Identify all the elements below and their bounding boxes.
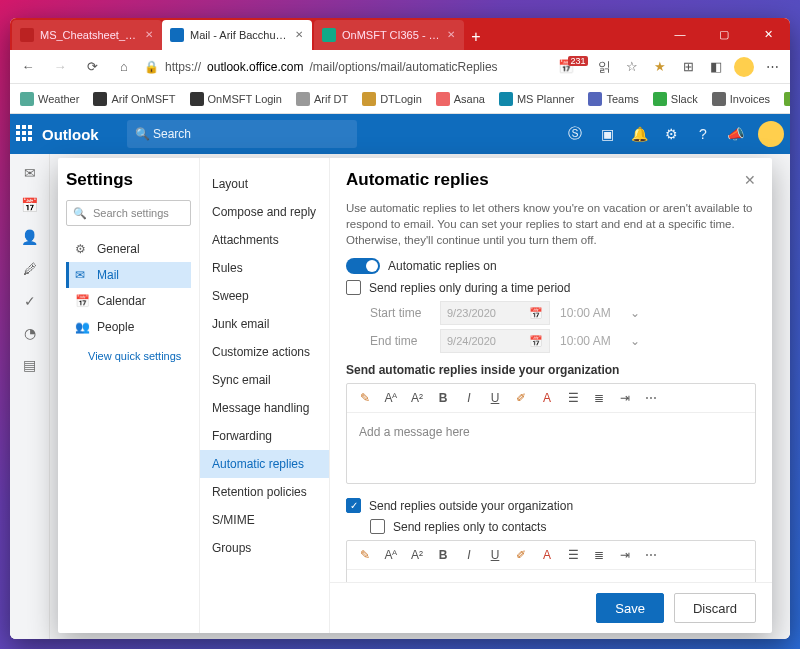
subnav-automatic-replies[interactable]: Automatic replies <box>200 450 329 478</box>
search-settings-input[interactable]: 🔍 Search settings <box>66 200 191 226</box>
mail-module-icon[interactable]: ✉ <box>21 164 39 182</box>
time-period-checkbox[interactable] <box>346 280 361 295</box>
browser-tab[interactable]: OnMSFT CI365 - Planner ✕ <box>314 20 464 50</box>
bookmark-item[interactable]: MS Planner <box>493 89 580 109</box>
refresh-button[interactable]: ⟳ <box>80 55 104 79</box>
bookmark-item[interactable]: Slack <box>647 89 704 109</box>
contacts-only-checkbox[interactable] <box>370 519 385 534</box>
number-list-icon[interactable]: ≣ <box>591 390 607 406</box>
subnav-forwarding[interactable]: Forwarding <box>200 422 329 450</box>
view-quick-settings-link[interactable]: View quick settings <box>66 350 191 362</box>
subnav-groups[interactable]: Groups <box>200 534 329 562</box>
minimize-button[interactable]: — <box>658 18 702 50</box>
italic-icon[interactable]: I <box>461 390 477 406</box>
subnav-layout[interactable]: Layout <box>200 170 329 198</box>
end-time-input[interactable]: 10:00 AM <box>560 334 620 348</box>
highlight-color-icon[interactable]: ✐ <box>513 547 529 563</box>
close-dialog-button[interactable]: ✕ <box>744 172 756 188</box>
font-size-icon[interactable]: A² <box>409 547 425 563</box>
number-list-icon[interactable]: ≣ <box>591 547 607 563</box>
maximize-button[interactable]: ▢ <box>702 18 746 50</box>
highlighter-icon[interactable]: ✎ <box>357 390 373 406</box>
automatic-replies-toggle[interactable] <box>346 258 380 274</box>
addins-icon[interactable]: ▤ <box>21 356 39 374</box>
settings-gear-icon[interactable]: ⚙ <box>662 125 680 143</box>
files-module-icon[interactable]: 🖉 <box>21 260 39 278</box>
more-formatting-icon[interactable]: ⋯ <box>643 390 659 406</box>
font-color-icon[interactable]: A <box>539 390 555 406</box>
browser-tab[interactable]: MS_Cheatsheet_OutlookMailOn… ✕ <box>12 20 162 50</box>
chevron-down-icon[interactable]: ⌄ <box>630 306 640 320</box>
inside-org-textarea[interactable]: Add a message here <box>347 413 755 483</box>
bookmark-item[interactable]: DTLogin <box>356 89 428 109</box>
favorite-star-icon[interactable]: ★ <box>648 55 672 79</box>
bookmark-item[interactable]: Asana <box>430 89 491 109</box>
skype-icon[interactable]: Ⓢ <box>566 125 584 143</box>
bold-icon[interactable]: B <box>435 547 451 563</box>
subnav-compose[interactable]: Compose and reply <box>200 198 329 226</box>
close-icon[interactable]: ✕ <box>446 30 456 40</box>
settings-nav-general[interactable]: ⚙General <box>66 236 191 262</box>
profile-icon[interactable] <box>732 55 756 79</box>
calendar-icon[interactable]: 📅231 <box>564 55 588 79</box>
screenshot-icon[interactable]: ◧ <box>704 55 728 79</box>
favorite-icon[interactable]: ☆ <box>620 55 644 79</box>
underline-icon[interactable]: U <box>487 390 503 406</box>
outside-org-checkbox[interactable]: ✓ <box>346 498 361 513</box>
bookmark-item[interactable]: Arif DT <box>290 89 354 109</box>
todo-module-icon[interactable]: ✓ <box>21 292 39 310</box>
subnav-attachments[interactable]: Attachments <box>200 226 329 254</box>
settings-nav-mail[interactable]: ✉Mail <box>66 262 191 288</box>
start-date-input[interactable]: 9/23/2020📅 <box>440 301 550 325</box>
people-module-icon[interactable]: 👤 <box>21 228 39 246</box>
help-icon[interactable]: ? <box>694 125 712 143</box>
more-formatting-icon[interactable]: ⋯ <box>643 547 659 563</box>
subnav-sweep[interactable]: Sweep <box>200 282 329 310</box>
settings-nav-people[interactable]: 👥People <box>66 314 191 340</box>
outside-org-textarea[interactable]: Add a message here <box>347 570 755 582</box>
settings-nav-calendar[interactable]: 📅Calendar <box>66 288 191 314</box>
bookmark-item[interactable]: Teams <box>582 89 644 109</box>
user-avatar[interactable] <box>758 121 784 147</box>
forward-button[interactable]: → <box>48 55 72 79</box>
more-icon[interactable]: ⋯ <box>760 55 784 79</box>
chevron-down-icon[interactable]: ⌄ <box>630 334 640 348</box>
bookmark-item[interactable]: OnMSFT Login <box>184 89 288 109</box>
italic-icon[interactable]: I <box>461 547 477 563</box>
bookmark-item[interactable]: Pay <box>778 89 790 109</box>
outlook-search-input[interactable]: 🔍 Search <box>127 120 357 148</box>
font-size-icon[interactable]: A² <box>409 390 425 406</box>
indent-icon[interactable]: ⇥ <box>617 390 633 406</box>
bookmark-item[interactable]: Invoices <box>706 89 776 109</box>
new-tab-button[interactable]: + <box>464 28 488 50</box>
close-window-button[interactable]: ✕ <box>746 18 790 50</box>
whatsnew-icon[interactable]: 📣 <box>726 125 744 143</box>
app-launcher-icon[interactable] <box>16 125 34 143</box>
subnav-smime[interactable]: S/MIME <box>200 506 329 534</box>
save-button[interactable]: Save <box>596 593 664 623</box>
bookmark-item[interactable]: Arif OnMSFT <box>87 89 181 109</box>
subnav-rules[interactable]: Rules <box>200 254 329 282</box>
subnav-sync[interactable]: Sync email <box>200 366 329 394</box>
highlighter-icon[interactable]: ✎ <box>357 547 373 563</box>
subnav-retention[interactable]: Retention policies <box>200 478 329 506</box>
bold-icon[interactable]: B <box>435 390 451 406</box>
underline-icon[interactable]: U <box>487 547 503 563</box>
home-button[interactable]: ⌂ <box>112 55 136 79</box>
end-date-input[interactable]: 9/24/2020📅 <box>440 329 550 353</box>
more-apps-icon[interactable]: ◔ <box>21 324 39 342</box>
bullet-list-icon[interactable]: ☰ <box>565 547 581 563</box>
highlight-color-icon[interactable]: ✐ <box>513 390 529 406</box>
font-color-icon[interactable]: A <box>539 547 555 563</box>
teams-icon[interactable]: ▣ <box>598 125 616 143</box>
bullet-list-icon[interactable]: ☰ <box>565 390 581 406</box>
discard-button[interactable]: Discard <box>674 593 756 623</box>
close-icon[interactable]: ✕ <box>144 30 154 40</box>
subnav-handling[interactable]: Message handling <box>200 394 329 422</box>
bookmark-item[interactable]: Weather <box>14 89 85 109</box>
font-family-icon[interactable]: Aᴬ <box>383 547 399 563</box>
read-aloud-icon[interactable]: 읽 <box>592 55 616 79</box>
notifications-icon[interactable]: 🔔 <box>630 125 648 143</box>
font-family-icon[interactable]: Aᴬ <box>383 390 399 406</box>
indent-icon[interactable]: ⇥ <box>617 547 633 563</box>
